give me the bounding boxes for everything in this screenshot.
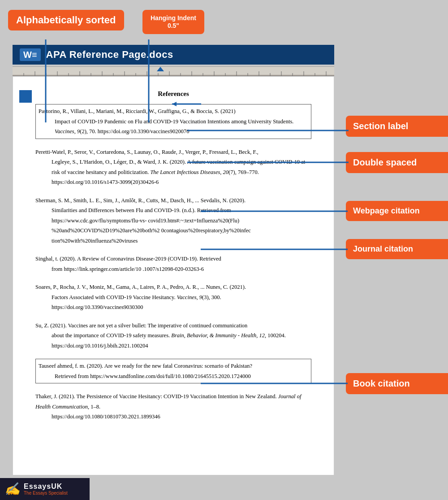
webpage-citation-annotation: Webpage citation (346, 201, 448, 221)
journal-citation-line (201, 248, 348, 250)
journal-citation-annotation: Journal citation (346, 239, 448, 259)
svg-rect-3 (13, 75, 334, 76)
ruler: // inline ruler ticks via SVG lines in t… (13, 66, 334, 76)
logo-tagline: The Essays Specialist (24, 491, 68, 496)
reference-entry-2: Peretti-Watel, P., Seror, V., Cortaredon… (35, 147, 311, 187)
reference-entry-7: Tauseef ahmed, f. m. (2020). Are we read… (35, 359, 311, 383)
references-heading: References (35, 90, 311, 98)
reference-entry-3: Sherman, S. M., Smith, L. E., Sim, J., A… (35, 196, 311, 246)
document-page: References Pastorino, R., Villani, L., M… (13, 76, 334, 475)
alphabetically-sorted-label: Alphabetically sorted (8, 10, 124, 30)
double-spaced-annotation: Double spaced (346, 152, 448, 173)
references-arrow (170, 100, 203, 108)
ref-1-first-line: Pastorino, R., Villani, L., Mariani, M.,… (39, 108, 236, 114)
reference-entry-4: Singhal, t. (2020). A Review of Coronavi… (35, 254, 311, 274)
word-icon: W≡ (20, 48, 41, 61)
book-citation-annotation: Book citation (346, 373, 448, 394)
reference-entry-5: Soares, P., Rocha, J. V., Moniz, M., Gam… (35, 282, 311, 313)
logo-bar: ✍ EssaysUK The Essays Specialist (0, 478, 90, 500)
word-titlebar: W≡ APA Reference Page.docs (13, 45, 334, 65)
svg-marker-34 (172, 102, 177, 106)
logo-icon: ✍ (4, 482, 20, 496)
alpha-connector-line (45, 39, 47, 122)
webpage-citation-line (201, 210, 348, 212)
reference-entry-1: Pastorino, R., Villani, L., Mariani, M.,… (35, 104, 311, 139)
reference-entry-8: Thaker, J. (2021). The Persistence of Va… (35, 391, 311, 422)
section-label-line (187, 130, 349, 131)
logo-name: EssaysUK (24, 483, 68, 491)
ref-1-continuation: Impact of COVID-19 Pandemic on Flu and C… (39, 117, 308, 137)
logo-text: EssaysUK The Essays Specialist (24, 483, 68, 496)
hanging-connector-line (148, 39, 150, 122)
double-spaced-line (187, 161, 349, 163)
reference-entry-6: Su, Z. (2021). Vaccines are not yet a si… (35, 321, 311, 351)
document-title: APA Reference Page.docs (46, 49, 173, 61)
hanging-indent-label: Hanging Indent 0.5" (142, 10, 204, 34)
book-citation-line (201, 383, 348, 384)
svg-rect-2 (13, 67, 334, 76)
section-label-annotation: Section label (346, 116, 448, 137)
ruler-svg: // inline ruler ticks via SVG lines in t… (13, 67, 334, 76)
blue-highlight-box (19, 90, 32, 103)
